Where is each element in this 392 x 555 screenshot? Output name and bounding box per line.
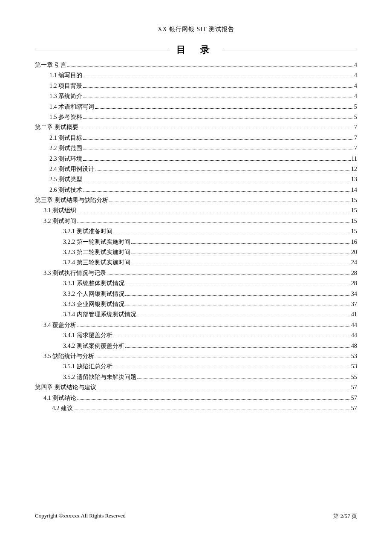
toc-entry-label: 3.3 测试执行情况与记录: [43, 269, 106, 278]
toc-entry[interactable]: 3.3.3 企业网银测试情况37: [35, 300, 357, 309]
toc-entry-page: 13: [351, 175, 357, 184]
toc-entry[interactable]: 第二章 测试概要7: [35, 123, 357, 132]
toc-entry[interactable]: 2.4 测试用例设计12: [35, 165, 357, 174]
toc-entry-page: 57: [351, 383, 357, 392]
toc-entry-page: 37: [351, 300, 357, 309]
toc-entry[interactable]: 1.3 系统简介4: [35, 92, 357, 101]
toc-entry[interactable]: 2.6 测试技术14: [35, 185, 357, 195]
toc-entry-page: 28: [351, 279, 357, 288]
toc-entry-label: 3.3.2 个人网银测试情况: [63, 289, 124, 299]
toc-entry-page: 11: [352, 154, 357, 164]
toc-entry[interactable]: 第一章 引言4: [35, 61, 357, 70]
toc-entry-page: 24: [351, 258, 357, 267]
toc-entry-label: 第四章 测试结论与建议: [35, 383, 96, 392]
toc-leader-dots: [113, 368, 351, 368]
toc-entry[interactable]: 3.2 测试时间15: [35, 217, 357, 226]
toc-leader-dots: [131, 243, 351, 244]
toc-entry-page: 44: [351, 321, 357, 330]
toc-entry[interactable]: 3.4 覆盖分析44: [35, 321, 357, 330]
toc-leader-dots: [83, 191, 350, 192]
toc-leader-dots: [83, 181, 350, 181]
toc-entry-page: 55: [351, 373, 357, 382]
toc-entry-label: 2.3 测试环境: [49, 154, 82, 164]
toc-entry[interactable]: 1.2 项目背景4: [35, 81, 357, 91]
toc-entry[interactable]: 2.2 测试范围7: [35, 144, 357, 153]
toc-entry[interactable]: 2.3 测试环境11: [35, 154, 357, 164]
toc-leader-dots: [107, 275, 350, 275]
toc-entry-label: 1.5 参考资料: [49, 113, 82, 122]
toc-leader-dots: [95, 171, 350, 171]
toc-leader-dots: [125, 306, 351, 306]
toc-entry-label: 3.2.3 第二轮测试实施时间: [63, 248, 130, 257]
toc-entry-page: 7: [354, 133, 357, 143]
toc-entry-label: 3.5.2 遗留缺陷与未解决问题: [63, 373, 136, 382]
toc-entry[interactable]: 3.2.3 第二轮测试实施时间20: [35, 248, 357, 257]
toc-entry[interactable]: 1.4 术语和缩写词5: [35, 102, 357, 112]
toc-entry-page: 4: [354, 61, 357, 70]
toc-entry-label: 2.5 测试类型: [49, 175, 82, 184]
toc-entry-label: 第一章 引言: [35, 61, 66, 70]
toc-entry[interactable]: 3.3.2 个人网银测试情况34: [35, 289, 357, 299]
toc-entry-label: 2.6 测试技术: [49, 185, 82, 195]
toc-entry-page: 4: [354, 81, 357, 91]
toc-entry-page: 7: [354, 123, 357, 132]
toc-entry-page: 15: [351, 206, 357, 215]
toc-entry[interactable]: 3.5 缺陷统计与分析53: [35, 352, 357, 361]
toc-leader-dots: [95, 358, 350, 358]
toc-entry-page: 16: [351, 237, 357, 247]
toc-entry[interactable]: 2.5 测试类型13: [35, 175, 357, 184]
toc-leader-dots: [83, 77, 353, 77]
toc-leader-dots: [77, 399, 350, 400]
toc-entry-page: 5: [354, 102, 357, 112]
toc-entry[interactable]: 3.2.4 第三轮测试实施时间24: [35, 258, 357, 267]
toc-entry-page: 44: [351, 331, 357, 340]
toc-entry-page: 15: [351, 227, 357, 236]
toc-leader-dots: [77, 212, 350, 212]
toc-entry-label: 2.2 测试范围: [49, 144, 82, 153]
toc-entry-page: 57: [351, 404, 357, 413]
toc-entry-label: 3.4 覆盖分析: [43, 321, 76, 330]
toc-entry-label: 1.4 术语和缩写词: [49, 102, 94, 112]
toc-entry[interactable]: 第三章 测试结果与缺陷分析15: [35, 196, 357, 205]
toc-leader-dots: [77, 327, 350, 327]
toc-entry[interactable]: 3.5.1 缺陷汇总分析53: [35, 362, 357, 371]
toc-entry-page: 53: [351, 352, 357, 361]
toc-entry-page: 20: [351, 248, 357, 257]
toc-entry-label: 1.3 系统简介: [49, 92, 82, 101]
toc-entry-label: 3.2 测试时间: [43, 217, 76, 226]
toc-entry-page: 53: [351, 362, 357, 371]
toc-entry[interactable]: 1.5 参考资料5: [35, 113, 357, 122]
toc-entry[interactable]: 第四章 测试结论与建议57: [35, 383, 357, 392]
toc-entry[interactable]: 4.1 测试结论57: [35, 393, 357, 403]
toc-entry[interactable]: 3.1 测试组织15: [35, 206, 357, 215]
toc-leader-dots: [83, 150, 353, 150]
table-of-contents: 第一章 引言41.1 编写目的41.2 项目背景41.3 系统简介41.4 术语…: [35, 61, 357, 413]
header-text: XX 银行网银 SIT 测试报告: [158, 26, 234, 32]
toc-leader-dots: [137, 316, 351, 316]
toc-entry-label: 1.1 编写目的: [49, 71, 82, 80]
toc-leader-dots: [83, 119, 353, 119]
toc-entry-label: 第三章 测试结果与缺陷分析: [35, 196, 108, 205]
toc-entry[interactable]: 3.2.2 第一轮测试实施时间16: [35, 237, 357, 247]
toc-entry-label: 4.2 建议: [52, 404, 73, 413]
toc-entry[interactable]: 3.3.4 内部管理系统测试情况41: [35, 310, 357, 319]
toc-entry-page: 4: [354, 92, 357, 101]
toc-entry-label: 3.5 缺陷统计与分析: [43, 352, 94, 361]
toc-leader-dots: [125, 295, 351, 296]
toc-leader-dots: [83, 160, 351, 161]
toc-entry[interactable]: 3.3 测试执行情况与记录28: [35, 269, 357, 278]
toc-entry[interactable]: 3.4.1 需求覆盖分析44: [35, 331, 357, 340]
toc-entry[interactable]: 1.1 编写目的4: [35, 71, 357, 80]
toc-leader-dots: [113, 337, 351, 337]
toc-entry[interactable]: 4.2 建议57: [35, 404, 357, 413]
toc-entry[interactable]: 3.4.2 测试案例覆盖分析48: [35, 341, 357, 351]
toc-leader-dots: [131, 264, 351, 264]
toc-leader-dots: [74, 410, 350, 410]
toc-entry[interactable]: 3.3.1 系统整体测试情况28: [35, 279, 357, 288]
toc-entry-page: 34: [351, 289, 357, 299]
toc-entry[interactable]: 2.1 测试目标7: [35, 133, 357, 143]
toc-leader-dots: [83, 87, 353, 88]
toc-leader-dots: [131, 254, 351, 254]
toc-entry[interactable]: 3.2.1 测试准备时间15: [35, 227, 357, 236]
toc-entry[interactable]: 3.5.2 遗留缺陷与未解决问题55: [35, 373, 357, 382]
